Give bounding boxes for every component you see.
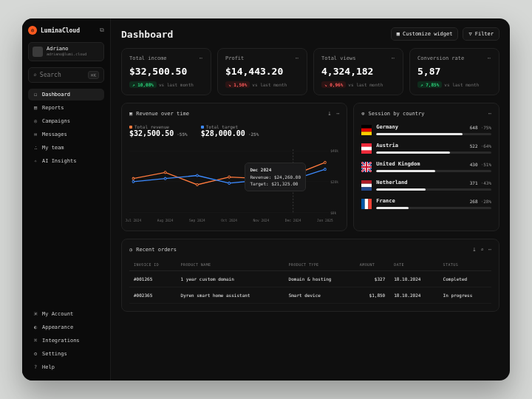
- kpi-note: vs last month: [444, 82, 479, 87]
- column-header[interactable]: DATE: [389, 259, 438, 271]
- clock-icon: ◷: [129, 247, 132, 253]
- sidebar-item-dashboard[interactable]: ◻ Dashboard: [28, 89, 104, 100]
- secondary-nav: ⛯ My Account ◐ Appearance ⌘ Integrations…: [28, 308, 104, 373]
- kpi-menu-icon[interactable]: ⋯: [200, 55, 203, 61]
- svg-point-14: [132, 177, 134, 180]
- country-pct: ·75%: [481, 125, 491, 130]
- svg-text:Dec 2024: Dec 2024: [285, 218, 301, 222]
- help-icon: ?: [33, 364, 38, 370]
- svg-rect-38: [365, 199, 369, 209]
- country-bar: [376, 170, 491, 172]
- more-icon[interactable]: ⋯: [488, 111, 491, 117]
- kpi-card-profit: Profit ⋯ $14,443.20 ↘ 1,50% vs last mont…: [217, 48, 307, 95]
- sidebar-item-my-account[interactable]: ⛯ My Account: [28, 308, 104, 320]
- orders-table: INVOICE IDPRODUCT NAMEPRODUCT TYPEAMOUNT…: [129, 259, 491, 304]
- sidebar-item-label: Campaigns: [42, 118, 70, 124]
- date: 18.10.2024: [389, 287, 438, 304]
- brand-name: LuminaCloud: [41, 27, 80, 34]
- primary-nav: ◻ Dashboard ▤ Reports ◎ Campaigns ✉ Mess…: [28, 89, 104, 167]
- collapse-sidebar-icon[interactable]: ⧉: [100, 27, 104, 34]
- column-header[interactable]: PRODUCT NAME: [177, 259, 284, 271]
- amount: $327: [355, 271, 389, 287]
- svg-text:$20k: $20k: [330, 180, 338, 184]
- kpi-menu-icon[interactable]: ⋯: [296, 55, 299, 61]
- kpi-delta: ↘ 1,50%: [225, 81, 250, 88]
- kpi-note: vs last month: [252, 82, 287, 87]
- user-menu[interactable]: Adriano adriano@lumi.cloud: [28, 42, 104, 61]
- revenue-title: Revenue over time: [136, 111, 189, 117]
- country-bar: [376, 188, 491, 191]
- country-row-de: Germany 648 ·75%: [361, 124, 491, 135]
- kpi-card-total-views: Total views ⋯ 4,324,182 ↘ 0,96% vs last …: [313, 48, 403, 95]
- svg-point-17: [228, 176, 231, 178]
- kpi-menu-icon[interactable]: ⋯: [488, 55, 491, 61]
- filter-button[interactable]: ▽ Filter: [463, 27, 499, 41]
- sidebar-item-label: AI Insights: [42, 158, 76, 164]
- svg-rect-34: [361, 180, 372, 184]
- svg-point-15: [164, 171, 166, 174]
- legend-item: Total revenue $32,500.50·55%: [129, 124, 188, 137]
- flag-at-icon: [361, 143, 372, 154]
- svg-rect-37: [361, 199, 365, 209]
- country-bar: [376, 133, 491, 135]
- customize-widget-button[interactable]: ▦ Customize widget: [391, 27, 459, 41]
- filter-label: Filter: [475, 31, 494, 37]
- sidebar-item-label: Integrations: [42, 338, 80, 344]
- sidebar-item-ai-insights[interactable]: ✧ AI Insights: [28, 155, 104, 167]
- more-icon[interactable]: ⋯: [488, 247, 491, 253]
- svg-text:Sep 2024: Sep 2024: [189, 218, 205, 223]
- filter-icon: ▽: [468, 31, 471, 37]
- svg-text:Oct 2024: Oct 2024: [221, 218, 237, 222]
- country-pct: ·43%: [481, 180, 491, 185]
- avatar: [33, 47, 43, 57]
- appearance-icon: ◐: [33, 324, 38, 330]
- country-pct: ·28%: [481, 199, 491, 204]
- integrations-icon: ⌘: [33, 338, 38, 344]
- svg-text:$0k: $0k: [330, 210, 336, 214]
- search-input[interactable]: ⌕ Search ⌘K: [28, 67, 104, 83]
- sidebar-item-reports[interactable]: ▤ Reports: [28, 102, 104, 114]
- country-count: 648: [470, 125, 478, 130]
- sidebar-item-my-team[interactable]: ⛬ My team: [28, 142, 104, 154]
- column-header[interactable]: INVOICE ID: [129, 259, 177, 271]
- kpi-value: 4,324,182: [321, 66, 395, 77]
- svg-point-27: [324, 168, 327, 171]
- sidebar-item-label: Help: [42, 364, 55, 370]
- svg-rect-32: [361, 146, 372, 150]
- sidebar-item-help[interactable]: ? Help: [28, 361, 104, 373]
- column-header[interactable]: STATUS: [439, 259, 491, 271]
- svg-rect-39: [369, 199, 372, 209]
- search-icon[interactable]: ⌕: [481, 247, 484, 253]
- table-row[interactable]: #002365 Dyren smart home assistant Smart…: [129, 287, 491, 304]
- sidebar-item-campaigns[interactable]: ◎ Campaigns: [28, 115, 104, 127]
- sidebar-item-integrations[interactable]: ⌘ Integrations: [28, 335, 104, 347]
- search-placeholder: Search: [40, 72, 61, 78]
- sessions-panel: ⊚ Session by country ⋯ Germany 648 ·75% …: [353, 103, 499, 231]
- product-name: Dyren smart home assistant: [177, 287, 284, 304]
- column-header[interactable]: PRODUCT TYPE: [284, 259, 355, 271]
- invoice-id: #001265: [129, 271, 177, 287]
- country-bar: [376, 207, 491, 209]
- download-icon[interactable]: ⤓: [327, 111, 332, 117]
- table-row[interactable]: #001265 1 year custom domain Domain & ho…: [129, 271, 491, 287]
- sidebar-item-appearance[interactable]: ◐ Appearance: [28, 321, 104, 333]
- kpi-label: Profit: [225, 55, 244, 61]
- download-icon[interactable]: ⤓: [472, 247, 477, 253]
- country-name: Netherland: [376, 180, 407, 185]
- more-icon[interactable]: ⋯: [336, 111, 339, 117]
- sidebar-item-settings[interactable]: ⚙ Settings: [28, 348, 104, 360]
- svg-text:Jan 2025: Jan 2025: [317, 218, 333, 222]
- my-account-icon: ⛯: [33, 311, 38, 317]
- column-header[interactable]: AMOUNT: [355, 259, 389, 271]
- sidebar-item-messages[interactable]: ✉ Messages: [28, 129, 104, 140]
- kpi-delta: ↘ 0,96%: [321, 81, 346, 88]
- invoice-id: #002365: [129, 287, 177, 304]
- svg-rect-29: [361, 128, 372, 132]
- kpi-menu-icon[interactable]: ⋯: [392, 55, 395, 61]
- status-badge: In progress: [439, 287, 491, 304]
- sidebar-item-label: Messages: [42, 132, 67, 137]
- country-name: Austria: [376, 143, 398, 149]
- flag-uk-icon: [361, 162, 372, 172]
- globe-icon: ⊚: [361, 111, 364, 117]
- svg-text:Aug 2024: Aug 2024: [157, 218, 174, 223]
